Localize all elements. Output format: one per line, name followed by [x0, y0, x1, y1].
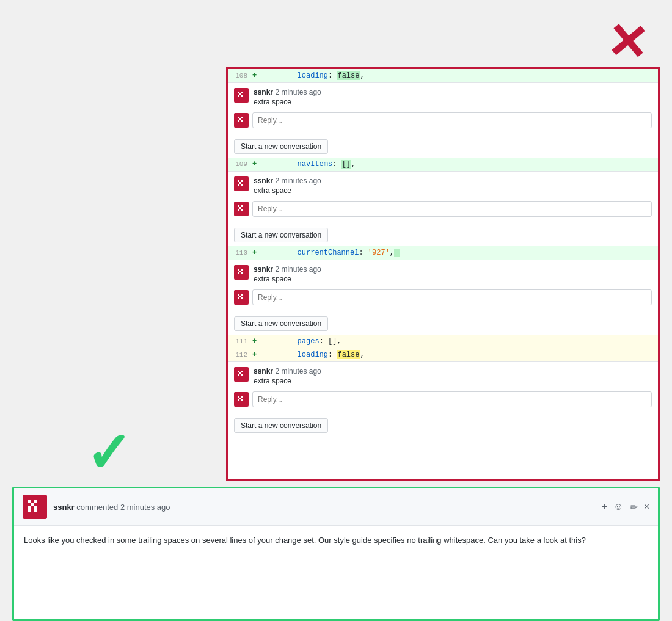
comment-body-3: ssnkr 2 minutes ago extra space — [254, 265, 321, 283]
commenter-name-4: ssnkr — [254, 367, 273, 376]
svg-rect-13 — [238, 184, 239, 186]
add-reaction-icon[interactable]: + — [602, 501, 607, 512]
code-review-panel: 108 + loading: false, ssnkr 2 minutes ag… — [226, 67, 660, 481]
svg-rect-3 — [238, 95, 239, 97]
commenter-name-2: ssnkr — [254, 176, 273, 185]
reply-input-2[interactable] — [252, 201, 652, 217]
avatar-3 — [234, 265, 249, 280]
reply-avatar-4 — [234, 392, 249, 407]
bottom-username: ssnkr — [53, 503, 75, 512]
svg-rect-21 — [241, 269, 243, 271]
comment-text-1: extra space — [254, 98, 321, 106]
svg-rect-2 — [239, 93, 241, 95]
bottom-comment-body: Looks like you checked in some trailing … — [14, 526, 658, 555]
diff-sign-3: + — [252, 249, 262, 257]
svg-rect-7 — [239, 118, 241, 120]
svg-rect-37 — [239, 398, 241, 399]
diff-content-4b: loading: false, — [262, 350, 658, 359]
conversation-1: ssnkr 2 minutes ago extra space — [228, 82, 658, 136]
diff-content: loading: false, — [262, 71, 658, 80]
comment-text-2: extra space — [254, 186, 321, 195]
diff-section-2: 109 + navItems: [], ssnkr 2 minutes ago … — [228, 158, 658, 246]
svg-rect-12 — [239, 182, 241, 184]
diff-content-3: currentChannel: '927', — [262, 249, 658, 257]
svg-rect-9 — [241, 120, 243, 122]
svg-rect-8 — [238, 120, 239, 122]
svg-rect-14 — [241, 184, 243, 186]
line-number-2: 109 — [228, 161, 252, 168]
comment-row-1: ssnkr 2 minutes ago extra space — [234, 88, 652, 106]
edit-icon[interactable]: ✏ — [630, 501, 638, 513]
reply-input-1[interactable] — [252, 112, 652, 128]
reply-row-3 — [234, 287, 652, 308]
start-conversation-btn-4[interactable]: Start a new conversation — [234, 418, 328, 433]
comment-meta-1: ssnkr 2 minutes ago — [254, 88, 321, 96]
diff-line-112: 112 + loading: false, — [228, 348, 658, 361]
reply-avatar-3 — [234, 290, 249, 305]
line-number-3: 110 — [228, 249, 252, 256]
emoji-icon[interactable]: ☺ — [613, 501, 623, 512]
start-conversation-btn-3[interactable]: Start a new conversation — [234, 316, 328, 331]
reply-row-4 — [234, 389, 652, 410]
avatar-1 — [234, 88, 249, 103]
comment-row-3: ssnkr 2 minutes ago extra space — [234, 265, 652, 283]
line-number-4a: 111 — [228, 338, 252, 345]
comment-meta-3: ssnkr 2 minutes ago — [254, 265, 321, 274]
diff-line-111: 111 + pages: [], — [228, 335, 658, 348]
reply-avatar-1 — [234, 113, 249, 128]
svg-rect-35 — [238, 396, 239, 398]
avatar-2 — [234, 176, 249, 191]
diff-sign-4a: + — [252, 337, 262, 346]
diff-line-108: 108 + loading: false, — [228, 69, 658, 82]
svg-rect-15 — [238, 205, 239, 207]
svg-rect-44 — [34, 506, 37, 509]
diff-sign-4b: + — [252, 350, 262, 359]
comment-time-2: 2 minutes ago — [275, 176, 321, 185]
svg-rect-22 — [239, 271, 241, 272]
red-x-mark: ✕ — [605, 16, 650, 69]
bottom-header-text: ssnkr commented 2 minutes ago — [53, 503, 596, 512]
svg-rect-43 — [28, 506, 31, 509]
reply-input-4[interactable] — [252, 391, 652, 407]
bottom-action: commented 2 minutes ago — [76, 503, 170, 512]
reply-input-3[interactable] — [252, 289, 652, 305]
conversation-2: ssnkr 2 minutes ago extra space — [228, 171, 658, 224]
svg-rect-45 — [28, 509, 31, 512]
svg-rect-5 — [238, 117, 239, 118]
svg-rect-28 — [238, 297, 239, 299]
svg-rect-25 — [238, 294, 239, 296]
close-icon[interactable]: × — [644, 501, 649, 512]
svg-rect-46 — [34, 509, 37, 512]
comment-body-4: ssnkr 2 minutes ago extra space — [254, 367, 321, 385]
svg-rect-4 — [241, 95, 243, 97]
reply-avatar-2 — [234, 202, 249, 216]
diff-section-3: 110 + currentChannel: '927', ssnkr 2 min… — [228, 246, 658, 335]
diff-sign: + — [252, 71, 262, 80]
svg-rect-1 — [241, 92, 243, 93]
diff-section-1: 108 + loading: false, ssnkr 2 minutes ag… — [228, 69, 658, 158]
diff-sign-2: + — [252, 160, 262, 169]
comment-time-3: 2 minutes ago — [275, 265, 321, 274]
bottom-comment-panel: ssnkr commented 2 minutes ago + ☺ ✏ × Lo… — [12, 487, 660, 621]
comment-row-2: ssnkr 2 minutes ago extra space — [234, 176, 652, 195]
conversation-4: ssnkr 2 minutes ago extra space — [228, 361, 658, 415]
reply-row-1 — [234, 110, 652, 131]
start-conversation-btn-1[interactable]: Start a new conversation — [234, 139, 328, 154]
commenter-name-1: ssnkr — [254, 88, 273, 96]
svg-rect-31 — [241, 371, 243, 372]
svg-rect-29 — [241, 297, 243, 299]
diff-content-2: navItems: [], — [262, 160, 658, 169]
start-conversation-btn-2[interactable]: Start a new conversation — [234, 228, 328, 242]
svg-rect-27 — [239, 296, 241, 297]
avatar-4 — [234, 367, 249, 382]
diff-line-109: 109 + navItems: [], — [228, 158, 658, 171]
comment-time-4: 2 minutes ago — [275, 367, 321, 376]
svg-rect-0 — [238, 92, 239, 93]
comment-meta-2: ssnkr 2 minutes ago — [254, 176, 321, 185]
svg-rect-24 — [241, 272, 243, 274]
comment-body-1: ssnkr 2 minutes ago extra space — [254, 88, 321, 106]
svg-rect-40 — [28, 500, 31, 503]
svg-rect-39 — [241, 399, 243, 401]
svg-rect-20 — [238, 269, 239, 271]
green-check-mark: ✓ — [86, 426, 131, 481]
